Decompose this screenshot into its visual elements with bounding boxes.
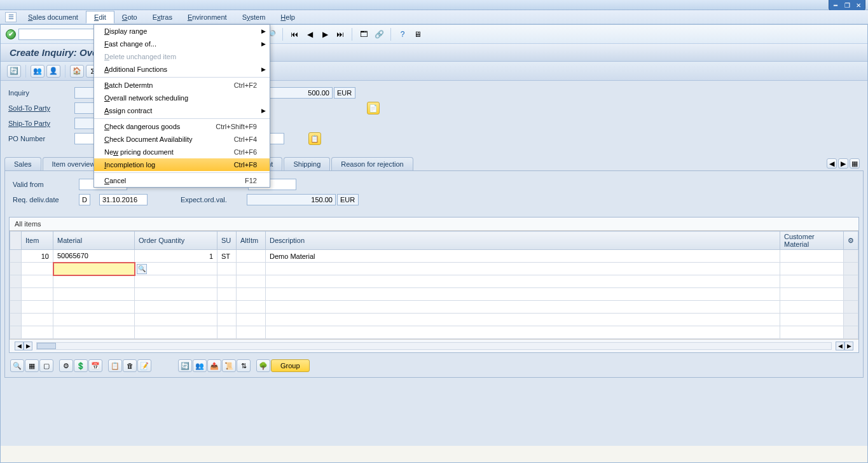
cell-cust[interactable]	[780, 250, 844, 263]
po-detail-icon[interactable]: 📋	[308, 132, 321, 145]
tab-scroll-left-icon[interactable]: ◀	[827, 158, 837, 169]
sold-to-party-label[interactable]: Sold-To Party	[4, 104, 74, 112]
menu-system[interactable]: System	[235, 11, 273, 23]
col-item[interactable]: Item	[22, 232, 53, 250]
cell-item[interactable]	[22, 263, 53, 275]
text-icon[interactable]: 📝	[137, 359, 151, 372]
menu-environment[interactable]: Environment	[180, 11, 235, 23]
enter-icon[interactable]: ✔	[6, 29, 16, 39]
cell-cust[interactable]	[780, 263, 844, 275]
material-input-cell[interactable]: 🔍	[53, 263, 135, 275]
menu-item-incompletion-log[interactable]: Incompletion logCtrl+F8	[94, 158, 270, 171]
row-selector[interactable]	[10, 250, 22, 263]
copy-icon[interactable]: 📋	[108, 359, 122, 372]
menu-sales-document[interactable]: Sales document	[20, 11, 86, 23]
log-icon[interactable]: 📜	[222, 359, 236, 372]
help-icon[interactable]: ?	[396, 28, 409, 41]
next-page-icon[interactable]: ▶	[319, 28, 331, 41]
user-icon[interactable]: 👤	[46, 65, 60, 78]
cell-desc[interactable]	[266, 263, 780, 275]
menu-extras[interactable]: Extras	[145, 11, 180, 23]
pricing-icon[interactable]: 💲	[74, 359, 88, 372]
menu-item-fast-change-of-[interactable]: Fast change of...▶	[94, 38, 270, 50]
menu-item-new-pricing-document[interactable]: New pricing documentCtrl+F6	[94, 146, 270, 158]
menu-goto[interactable]: Goto	[114, 11, 145, 23]
cell-desc[interactable]: Demo Material	[266, 250, 780, 263]
last-page-icon[interactable]: ⏭	[334, 28, 347, 41]
menu-edit[interactable]: Edit	[86, 11, 114, 24]
col-customer-material[interactable]: Customer Material	[780, 232, 844, 250]
tab-scroll-right-icon[interactable]: ▶	[838, 158, 848, 169]
refresh-icon[interactable]: 🔄	[178, 359, 192, 372]
delete-icon[interactable]: 🗑	[123, 359, 137, 372]
cell-qty[interactable]	[135, 263, 217, 275]
sort-icon[interactable]: ⇅	[237, 359, 251, 372]
tab-list-icon[interactable]: ▦	[850, 158, 860, 169]
first-page-icon[interactable]: ⏮	[288, 28, 301, 41]
scroll-right-icon[interactable]: ▶	[24, 342, 32, 350]
cell-qty[interactable]: 1	[135, 250, 217, 263]
scroll-left-icon[interactable]: ◀	[15, 342, 24, 350]
row-selector[interactable]	[10, 263, 22, 275]
scroll-track[interactable]	[36, 342, 832, 350]
close-icon[interactable]: ✕	[853, 1, 864, 10]
menu-help[interactable]: Help	[273, 11, 303, 23]
minimize-icon[interactable]: ━	[830, 1, 841, 10]
scroll-right2-icon[interactable]: ▶	[844, 342, 853, 350]
restore-icon[interactable]: ❐	[841, 1, 853, 10]
menu-separator	[94, 77, 270, 78]
search-help-icon[interactable]: 🔍	[137, 264, 147, 274]
orders-icon[interactable]: 👥	[31, 65, 45, 78]
group-button[interactable]: Group	[271, 359, 310, 372]
display-doc-icon[interactable]: 🔄	[7, 65, 21, 78]
req-deliv-flag[interactable]: D	[79, 194, 90, 205]
hierarchy-icon[interactable]: 🌳	[256, 359, 270, 372]
cell-alt[interactable]	[237, 263, 266, 275]
col-altitm[interactable]: AltItm	[237, 232, 266, 250]
menu-item-check-document-availability[interactable]: Check Document AvailabilityCtrl+F4	[94, 133, 270, 146]
menu-indicator-icon[interactable]: ☰	[5, 12, 17, 22]
ship-to-party-label[interactable]: Ship-To Party	[4, 120, 74, 127]
menu-item-batch-determtn[interactable]: Batch DetermtnCtrl+F2	[94, 79, 270, 92]
tab-shipping[interactable]: Shipping	[284, 157, 330, 170]
menu-item-overall-network-scheduling[interactable]: Overall network scheduling	[94, 92, 270, 104]
col-order-qty[interactable]: Order Quantity	[135, 232, 217, 250]
select-all-icon[interactable]: ▦	[25, 359, 39, 372]
col-description[interactable]: Description	[266, 232, 780, 250]
menu-item-assign-contract[interactable]: Assign contract▶	[94, 104, 270, 117]
window-controls: ━ ❐ ✕	[829, 0, 865, 11]
horizontal-scrollbar[interactable]: ◀ ▶ ◀ ▶	[10, 339, 858, 352]
tab-reason-rejection[interactable]: Reason for rejection	[331, 157, 413, 170]
cell-su[interactable]: ST	[217, 250, 237, 263]
cell-material[interactable]: 50065670	[53, 250, 135, 263]
req-deliv-date-field[interactable]: 31.10.2016	[99, 194, 148, 205]
menu-item-check-dangerous-goods[interactable]: Check dangerous goodsCtrl+Shift+F9	[94, 120, 270, 133]
inquiry-label: Inquiry	[4, 89, 74, 97]
col-su[interactable]: SU	[217, 232, 237, 250]
toolbar-separator	[282, 28, 283, 41]
prev-page-icon[interactable]: ◀	[303, 28, 316, 41]
new-session-icon[interactable]: 🗔	[357, 28, 370, 41]
menu-item-additional-functions[interactable]: Additional Functions▶	[94, 63, 270, 76]
partner-detail-icon[interactable]: 📄	[367, 102, 380, 114]
output-icon[interactable]: 📤	[207, 359, 221, 372]
cell-su[interactable]	[217, 263, 237, 275]
home-icon[interactable]: 🏠	[70, 65, 84, 78]
col-config-icon[interactable]: ⚙	[844, 232, 858, 250]
config-icon[interactable]: ⚙	[59, 359, 73, 372]
deselect-all-icon[interactable]: ▢	[39, 359, 53, 372]
scroll-thumb[interactable]	[37, 343, 56, 349]
col-material[interactable]: Material	[53, 232, 135, 250]
shortcut-icon[interactable]: 🔗	[373, 28, 385, 41]
tab-sales[interactable]: Sales	[4, 157, 41, 170]
cell-item[interactable]: 10	[22, 250, 53, 263]
cell-alt[interactable]	[237, 250, 266, 263]
schedule-icon[interactable]: 📅	[88, 359, 102, 372]
layout-icon[interactable]: 🖥	[411, 28, 424, 41]
partner-icon[interactable]: 👥	[193, 359, 207, 372]
menu-item-display-range[interactable]: Display range▶	[94, 25, 270, 38]
select-all-header[interactable]	[10, 232, 22, 250]
detail-icon[interactable]: 🔍	[10, 359, 24, 372]
menu-item-cancel[interactable]: CancelF12	[94, 174, 270, 187]
scroll-left2-icon[interactable]: ◀	[836, 342, 844, 350]
